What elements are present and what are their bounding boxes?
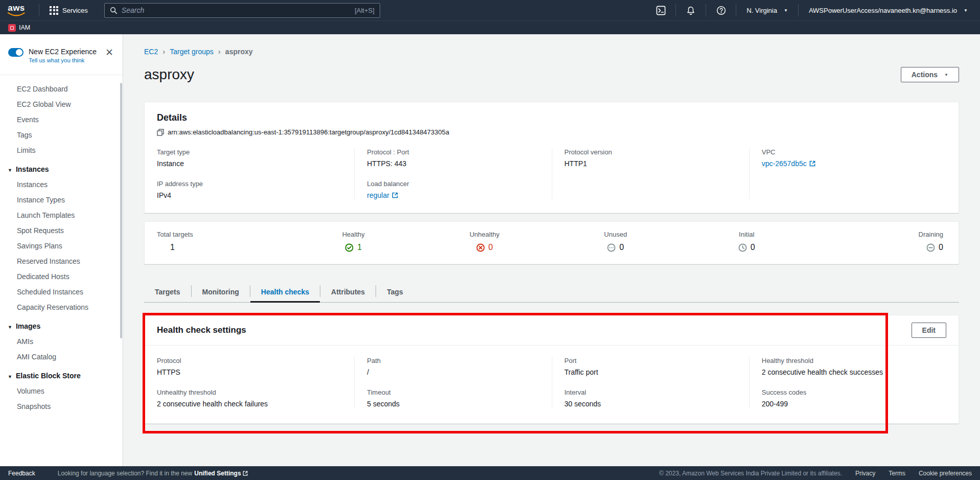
- sidebar-item-ami-catalog[interactable]: AMI Catalog: [0, 349, 123, 364]
- sidebar-item-reserved-instances[interactable]: Reserved Instances: [0, 254, 123, 269]
- footer-bar: Feedback Looking for language selection?…: [0, 466, 980, 480]
- account-label: AWSPowerUserAccess/navaneeth.kn@harness.…: [809, 7, 957, 14]
- chevron-down-icon: ▼: [944, 73, 948, 77]
- sidebar-item-events[interactable]: Events: [0, 112, 123, 127]
- sidebar-item-instances[interactable]: Instances: [0, 177, 123, 192]
- tab-bar: Targets Monitoring Health checks Attribu…: [144, 283, 959, 303]
- copyright-text: © 2023, Amazon Web Services India Privat…: [659, 470, 842, 477]
- external-link-icon: [243, 471, 248, 476]
- sidebar-item-launch-templates[interactable]: Launch Templates: [0, 208, 123, 223]
- field-protocol-version: Protocol version HTTP1: [565, 148, 741, 168]
- aws-logo-text: aws: [8, 5, 25, 12]
- details-card: Details arn:aws:elasticloadbalancing:us-…: [144, 102, 959, 213]
- ellipsis-circle-icon: [607, 243, 616, 252]
- sidebar-section-elastic-block-store[interactable]: ▼Elastic Block Store: [0, 364, 123, 383]
- sidebar-item-savings-plans[interactable]: Savings Plans: [0, 238, 123, 254]
- vpc-link[interactable]: vpc-2657db5c: [762, 159, 815, 168]
- sidebar-item-amis[interactable]: AMIs: [0, 334, 123, 349]
- topbar-divider: [706, 4, 706, 16]
- topbar-divider: [798, 4, 799, 16]
- topbar-right-group: N. Virginia ▼ AWSPowerUserAccess/navanee…: [651, 0, 973, 20]
- sidebar-section-instances[interactable]: ▼Instances: [0, 158, 123, 177]
- sidebar-item-snapshots[interactable]: Snapshots: [0, 399, 123, 414]
- privacy-link[interactable]: Privacy: [855, 470, 875, 477]
- tab-tags[interactable]: Tags: [376, 283, 414, 302]
- cloudshell-terminal-icon: [656, 6, 666, 15]
- search-input[interactable]: [122, 6, 351, 14]
- region-label: N. Virginia: [746, 7, 777, 14]
- field-healthy-threshold: Healthy threshold 2 consecutive health c…: [762, 357, 938, 376]
- notifications-button[interactable]: [681, 0, 701, 20]
- chevron-down-icon: ▼: [8, 168, 12, 173]
- sidebar-item-limits[interactable]: Limits: [0, 143, 123, 158]
- sidebar-item-spot-requests[interactable]: Spot Requests: [0, 223, 123, 238]
- tab-monitoring[interactable]: Monitoring: [192, 283, 250, 302]
- sidebar-item-capacity-reservations[interactable]: Capacity Reservations: [0, 300, 123, 315]
- account-menu[interactable]: AWSPowerUserAccess/navaneeth.kn@harness.…: [804, 0, 973, 20]
- services-grid-icon: [50, 6, 58, 15]
- field-protocol: Protocol HTTPS: [157, 357, 346, 376]
- region-selector[interactable]: N. Virginia ▼: [741, 0, 793, 20]
- stat-total-targets: Total targets 1: [157, 231, 288, 254]
- aws-logo[interactable]: aws: [7, 5, 26, 16]
- search-icon: [110, 7, 118, 14]
- sidebar-item-ec2-dashboard[interactable]: EC2 Dashboard: [0, 81, 123, 97]
- question-mark-icon: [716, 6, 726, 15]
- stat-unhealthy: Unhealthy 0: [419, 231, 550, 254]
- topbar-divider: [675, 4, 676, 16]
- global-search-box[interactable]: [Alt+S]: [104, 3, 380, 18]
- tab-health-checks[interactable]: Health checks: [250, 283, 320, 302]
- chevron-down-icon: ▼: [964, 8, 968, 13]
- field-port: Port Traffic port: [565, 357, 741, 376]
- tab-attributes[interactable]: Attributes: [320, 283, 376, 302]
- sidebar-item-dedicated-hosts[interactable]: Dedicated Hosts: [0, 269, 123, 284]
- sidebar-item-tags[interactable]: Tags: [0, 127, 123, 143]
- field-target-type: Target type Instance: [157, 148, 346, 168]
- aws-smile-icon: [7, 12, 26, 16]
- feedback-button[interactable]: Feedback: [8, 470, 35, 477]
- sidebar-section-images[interactable]: ▼Images: [0, 315, 123, 334]
- field-path: Path /: [367, 357, 543, 376]
- feedback-link[interactable]: Tell us what you think: [29, 57, 103, 63]
- services-menu-button[interactable]: Services: [44, 0, 93, 20]
- main-content: EC2 › Target groups › asproxy asproxy Ac…: [123, 34, 980, 466]
- sidebar-item-ec2-global-view[interactable]: EC2 Global View: [0, 97, 123, 112]
- breadcrumb: EC2 › Target groups › asproxy: [144, 47, 959, 56]
- cookie-preferences-link[interactable]: Cookie preferences: [919, 470, 972, 477]
- terms-link[interactable]: Terms: [889, 470, 905, 477]
- sidebar-divider: [0, 75, 123, 75]
- stat-initial: Initial 0: [681, 231, 812, 254]
- health-check-heading: Health check settings: [157, 325, 246, 335]
- actions-button[interactable]: Actions ▼: [901, 67, 959, 82]
- load-balancer-link[interactable]: regular: [367, 191, 398, 199]
- clock-icon: [738, 243, 747, 252]
- breadcrumb-target-groups-link[interactable]: Target groups: [170, 48, 214, 56]
- target-group-arn: arn:aws:elasticloadbalancing:us-east-1:3…: [168, 128, 449, 136]
- edit-button[interactable]: Edit: [912, 323, 946, 338]
- topbar-divider: [39, 4, 39, 16]
- sidebar-item-instance-types[interactable]: Instance Types: [0, 192, 123, 208]
- cloudshell-button[interactable]: [651, 0, 670, 20]
- unified-settings-link[interactable]: Unified Settings: [194, 470, 247, 477]
- field-ip-address-type: IP address type IPv4: [157, 180, 346, 199]
- new-experience-toggle[interactable]: [8, 48, 24, 57]
- copy-icon[interactable]: [157, 129, 164, 136]
- check-circle-icon: [345, 243, 354, 252]
- help-button[interactable]: [711, 0, 731, 20]
- breadcrumb-separator-icon: ›: [218, 47, 221, 56]
- field-success-codes: Success codes 200-499: [762, 388, 938, 408]
- close-icon[interactable]: ✕: [103, 48, 115, 57]
- field-load-balancer: Load balancer regular: [367, 180, 543, 199]
- targets-summary-card: Total targets 1 Healthy 1 Unhealthy 0: [144, 221, 959, 264]
- new-experience-block: New EC2 Experience Tell us what you thin…: [0, 34, 123, 72]
- sidebar-item-volumes[interactable]: Volumes: [0, 383, 123, 399]
- search-shortcut-hint: [Alt+S]: [355, 7, 375, 14]
- breadcrumb-ec2-link[interactable]: EC2: [144, 48, 158, 56]
- breadcrumb-separator-icon: ›: [162, 47, 165, 56]
- iam-service-icon: [8, 24, 16, 32]
- chevron-down-icon: ▼: [784, 8, 788, 13]
- sidebar-item-scheduled-instances[interactable]: Scheduled Instances: [0, 284, 123, 300]
- sidebar-scrollbar[interactable]: [120, 83, 122, 338]
- favorite-iam-link[interactable]: IAM: [8, 24, 30, 32]
- tab-targets[interactable]: Targets: [144, 283, 191, 302]
